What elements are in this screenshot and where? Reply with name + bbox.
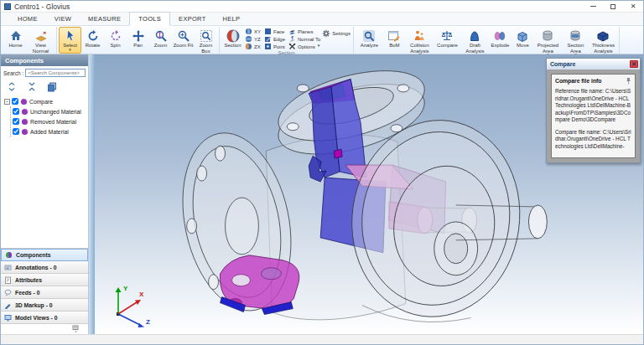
explode-button[interactable]: Explode: [489, 27, 512, 50]
markup-pencil-icon: [4, 301, 12, 309]
tree-node-label: Removed Material: [30, 119, 76, 125]
menu-tab-bar: HOME VIEW MEASURE TOOLS EXPORT HELP: [1, 13, 643, 26]
section-face-button[interactable]: Face: [263, 28, 286, 35]
button-label: Settings: [332, 31, 351, 36]
visibility-checkbox[interactable]: [13, 128, 19, 135]
minimize-button[interactable]: [583, 1, 603, 12]
panel-tab-label: 3D Markup - 0: [15, 302, 53, 308]
maximize-icon: [610, 4, 615, 9]
explode-icon: [493, 28, 506, 43]
button-label: YZ: [254, 37, 261, 42]
normal-to-icon: [288, 35, 296, 43]
zoom-button[interactable]: Zoom: [149, 27, 172, 50]
button-label: Edge: [273, 37, 285, 42]
collapse-all-button[interactable]: [6, 81, 18, 92]
tab-tools[interactable]: TOOLS: [129, 12, 170, 26]
search-label: Search :: [3, 70, 23, 76]
section-zx-button[interactable]: ZX: [244, 43, 262, 50]
zoom-icon: [154, 28, 168, 43]
compare-info-title: Compare file info: [555, 78, 602, 84]
panel-tab-3d-markup[interactable]: 3D Markup - 0: [1, 299, 88, 312]
gear-icon: [322, 29, 330, 38]
panel-tab-model-views[interactable]: Model Views - 0: [1, 312, 88, 324]
copy-icon: [47, 82, 57, 92]
section-planes-button[interactable]: Planes: [288, 28, 321, 35]
maximize-button[interactable]: [603, 1, 623, 12]
bom-button[interactable]: BoM: [383, 27, 406, 50]
part-icon: [21, 108, 29, 116]
view-normal-button[interactable]: View Normal: [27, 27, 55, 55]
compare-dialog-title: Compare: [550, 61, 575, 67]
tab-help[interactable]: HELP: [215, 13, 249, 25]
analyze-button[interactable]: Analyze: [356, 27, 383, 50]
tree-expander-icon[interactable]: −: [4, 99, 10, 105]
section-xy-button[interactable]: XY: [244, 28, 262, 35]
visibility-checkbox[interactable]: [12, 98, 18, 105]
tab-export[interactable]: EXPORT: [170, 13, 215, 25]
close-button[interactable]: ✕: [623, 1, 643, 12]
zoom-box-button[interactable]: Zoom Box: [195, 27, 217, 55]
draft-analysis-button[interactable]: Draft Analysis: [461, 27, 489, 55]
tab-measure[interactable]: MEASURE: [80, 13, 129, 25]
analyze-icon: [362, 28, 376, 43]
pin-icon[interactable]: [626, 77, 631, 85]
zoom-fit-button[interactable]: Zoom Fit: [172, 27, 195, 50]
main-content: Components Search : − Compare: [1, 54, 643, 334]
button-label: Draft Analysis: [462, 43, 488, 54]
panel-splitter[interactable]: [89, 54, 95, 334]
move-button[interactable]: Move: [512, 27, 534, 50]
viewport-3d[interactable]: Y X Z Compare ✕ Compare file info Ref: [95, 54, 643, 334]
button-label: BoM: [389, 43, 399, 49]
search-input[interactable]: [25, 69, 86, 77]
compare-button[interactable]: Compare: [434, 27, 461, 50]
visibility-checkbox[interactable]: [13, 118, 19, 125]
ribbon-group-navigation: Select ▼ Rotate Spin Pan: [57, 27, 220, 54]
section-yz-button[interactable]: YZ: [244, 35, 262, 43]
thickness-analysis-button[interactable]: Thickness Analysis: [589, 27, 617, 55]
panel-tab-components[interactable]: Components: [1, 249, 88, 261]
tab-view[interactable]: VIEW: [46, 13, 80, 25]
pan-icon: [132, 28, 145, 43]
section-options-button[interactable]: Options ▼: [288, 43, 321, 50]
tree-node-compare[interactable]: − Compare: [4, 96, 88, 106]
part-icon: [21, 118, 29, 126]
section-button[interactable]: Section: [221, 27, 244, 50]
section-point-button[interactable]: Point: [263, 43, 286, 50]
visibility-checkbox[interactable]: [13, 108, 19, 115]
tree-node-added[interactable]: Added Material: [13, 126, 88, 136]
expand-all-button[interactable]: [26, 81, 38, 92]
compare-close-button[interactable]: ✕: [630, 60, 638, 68]
part-icon: [20, 98, 28, 106]
rotate-button[interactable]: Rotate: [81, 27, 104, 50]
tab-home[interactable]: HOME: [9, 13, 46, 25]
panel-tab-attributes[interactable]: Attributes: [1, 274, 88, 286]
section-settings-button[interactable]: Settings: [321, 27, 351, 38]
model-views-icon: [4, 314, 12, 322]
panel-tab-annotations[interactable]: Annotations - 0: [1, 261, 88, 274]
button-label: Section: [224, 43, 241, 49]
button-label: Home: [8, 43, 22, 49]
compare-dialog-titlebar[interactable]: Compare ✕: [547, 59, 640, 70]
copy-tree-button[interactable]: [46, 81, 58, 92]
feeds-icon: [4, 289, 12, 296]
spin-button[interactable]: Spin: [104, 27, 127, 50]
section-edge-button[interactable]: Edge: [263, 35, 286, 43]
tree-node-removed[interactable]: Removed Material: [13, 116, 88, 126]
collapse-arrows-icon: [8, 82, 16, 91]
select-button[interactable]: Select ▼: [59, 27, 81, 54]
app-icon: [4, 3, 11, 10]
title-bar: Centro1 - Glovius ✕: [1, 1, 643, 13]
pan-button[interactable]: Pan: [127, 27, 149, 50]
face-icon: [264, 28, 272, 35]
plane-zx-icon: [245, 43, 252, 50]
button-label: Compare: [437, 43, 458, 49]
home-button[interactable]: Home: [4, 27, 27, 50]
tree-node-unchanged[interactable]: Unchanged Material: [13, 106, 88, 116]
section-normal-to-button[interactable]: Normal To: [288, 35, 321, 43]
panel-tab-feeds[interactable]: Feeds - 0: [1, 286, 88, 299]
button-label: Planes: [298, 29, 313, 34]
panel-overflow-button[interactable]: [1, 324, 88, 334]
view-normal-icon: [34, 28, 48, 43]
compare-file-info-box: Compare file info Reference file name: C…: [551, 74, 636, 158]
components-panel-header: Components: [1, 54, 88, 66]
